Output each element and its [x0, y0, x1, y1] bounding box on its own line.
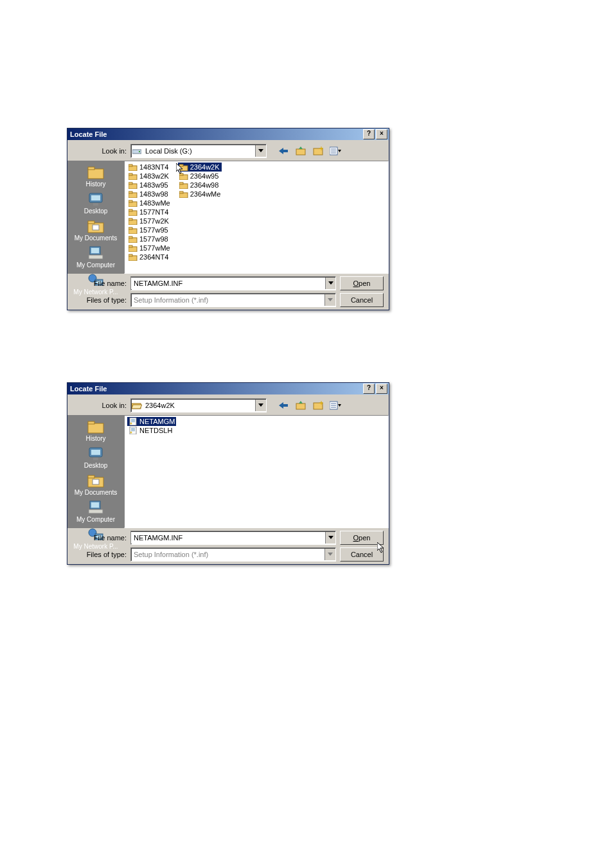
svg-marker-64 [279, 402, 288, 409]
close-button[interactable]: × [376, 384, 387, 394]
places-my-documents[interactable]: My Documents [67, 217, 124, 243]
places-history[interactable]: History [67, 418, 124, 443]
folder-icon [129, 172, 138, 180]
locate-file-dialog-1: Locate File ? × Look in: Local Disk (G:) [67, 128, 389, 310]
list-item[interactable]: 2364w95 [178, 172, 222, 181]
list-item[interactable]: 1483w2K [127, 172, 172, 181]
svg-rect-17 [91, 195, 100, 200]
chevron-down-icon[interactable] [255, 400, 266, 411]
folder-icon [129, 226, 138, 234]
svg-rect-49 [129, 254, 132, 256]
file-name-combo[interactable] [130, 276, 336, 290]
svg-rect-57 [179, 191, 183, 193]
folder-icon [179, 163, 188, 171]
open-button[interactable]: Open [340, 531, 384, 545]
svg-rect-45 [129, 236, 132, 238]
desktop-icon [87, 446, 105, 461]
folder-icon [179, 172, 188, 180]
svg-rect-43 [129, 227, 132, 229]
help-button[interactable]: ? [363, 384, 375, 394]
file-name-combo[interactable] [130, 531, 336, 545]
list-item[interactable]: 1577NT4 [127, 208, 172, 217]
view-menu-button[interactable] [328, 398, 343, 412]
svg-marker-74 [338, 404, 341, 407]
folder-icon [179, 190, 188, 198]
file-name-input[interactable] [131, 532, 325, 544]
list-item[interactable]: 1577wMe [127, 244, 172, 252]
open-button[interactable]: Open [340, 276, 384, 290]
places-my-documents[interactable]: My Documents [67, 472, 124, 497]
svg-point-93 [130, 423, 132, 425]
cancel-button[interactable]: Cancel [340, 293, 384, 307]
list-item[interactable]: NETAMGM [127, 417, 176, 426]
list-item[interactable]: 1577w2K [127, 217, 172, 226]
svg-rect-79 [93, 457, 98, 460]
look-in-combo[interactable]: Local Disk (G:) [130, 144, 267, 158]
window-title: Locate File [70, 385, 362, 393]
up-one-level-button[interactable] [293, 144, 308, 158]
folder-icon [129, 244, 138, 252]
svg-rect-35 [129, 191, 132, 193]
cancel-button[interactable]: Cancel [340, 547, 384, 562]
close-button[interactable]: × [376, 129, 387, 139]
list-item-label: 1483w95 [139, 181, 168, 189]
places-desktop[interactable]: Desktop [67, 445, 124, 470]
file-name-input[interactable] [131, 278, 325, 289]
folder-icon [129, 208, 138, 216]
svg-point-98 [130, 432, 132, 434]
places-bar: History Desktop My Documents My Computer… [67, 415, 124, 528]
svg-rect-47 [129, 245, 132, 247]
list-item[interactable]: 1483wMe [127, 199, 172, 208]
places-my-computer[interactable]: My Computer [67, 244, 124, 270]
file-type-label: Files of type: [73, 296, 127, 304]
desktop-icon [87, 191, 105, 207]
up-one-level-button[interactable] [293, 398, 308, 412]
list-item[interactable]: 2364wMe [178, 190, 222, 199]
window-title: Locate File [70, 130, 362, 138]
back-button[interactable] [276, 144, 291, 158]
look-in-combo[interactable]: 2364w2K [130, 398, 267, 412]
my-computer-icon [87, 500, 105, 515]
chevron-down-icon[interactable] [325, 532, 335, 544]
svg-rect-85 [89, 509, 103, 513]
folder-icon [179, 181, 188, 189]
chevron-down-icon [324, 549, 335, 560]
places-my-computer[interactable]: My Computer [67, 499, 124, 524]
list-item[interactable]: 1577w98 [127, 235, 172, 244]
folder-icon [129, 163, 138, 171]
list-item[interactable]: 2364NT4 [127, 252, 172, 261]
back-button[interactable] [276, 398, 291, 412]
my-documents-icon [87, 473, 105, 488]
list-item[interactable]: 2364w2K [178, 163, 222, 172]
list-item-label: 2364wMe [190, 190, 221, 198]
list-item[interactable]: 2364w98 [178, 181, 222, 190]
places-history[interactable]: History [67, 163, 124, 189]
svg-rect-95 [131, 428, 135, 429]
list-item[interactable]: 1483NT4 [127, 163, 172, 172]
list-item[interactable]: 1483w98 [127, 190, 172, 199]
svg-rect-18 [93, 203, 98, 206]
list-item[interactable]: NETDSLH [127, 426, 176, 435]
help-button[interactable]: ? [363, 129, 375, 139]
view-menu-button[interactable] [328, 144, 343, 158]
places-desktop[interactable]: Desktop [67, 190, 124, 216]
file-type-combo: Setup Information (*.inf) [130, 293, 336, 307]
look-in-label: Look in: [73, 147, 127, 155]
file-list[interactable]: NETAMGMNETDSLH [124, 415, 389, 528]
folder-icon [129, 199, 138, 207]
chevron-down-icon[interactable] [255, 145, 266, 157]
list-item[interactable]: 1483w95 [127, 181, 172, 190]
open-folder-icon [131, 402, 143, 409]
svg-marker-2 [258, 149, 263, 152]
list-item[interactable]: 1577w95 [127, 226, 172, 235]
file-list[interactable]: 1483NT41483w2K1483w951483w981483wMe1577N… [124, 161, 389, 274]
list-item-label: 1577w95 [139, 226, 168, 234]
titlebar[interactable]: Locate File ? × [67, 128, 389, 140]
list-item-label: NETAMGM [139, 418, 175, 425]
file-type-combo: Setup Information (*.inf) [130, 547, 336, 562]
titlebar[interactable]: Locate File ? × [67, 383, 389, 394]
file-icon [129, 427, 138, 434]
new-folder-button[interactable] [310, 398, 326, 412]
chevron-down-icon[interactable] [325, 278, 335, 289]
new-folder-button[interactable] [310, 144, 326, 158]
